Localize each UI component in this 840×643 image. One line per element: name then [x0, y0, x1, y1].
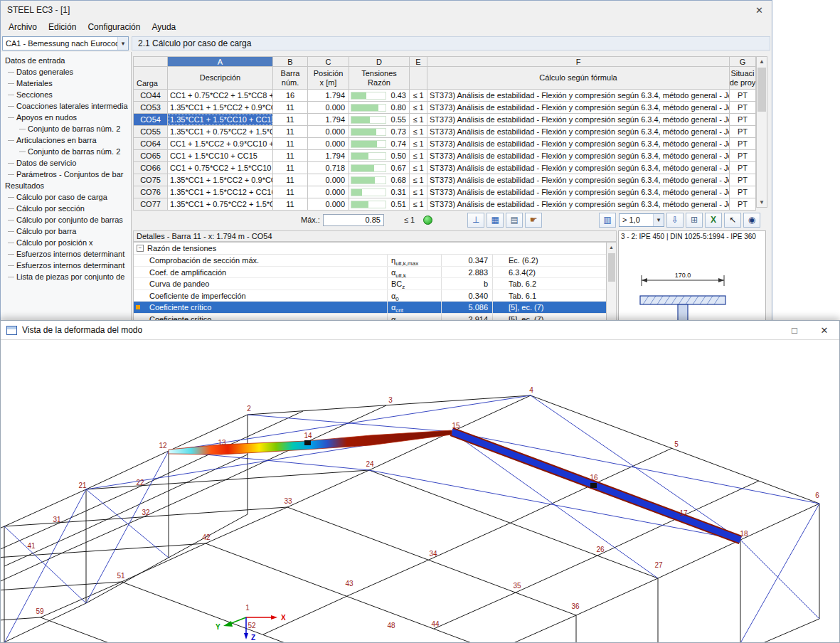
- down-arrow-button[interactable]: ⇩: [666, 213, 684, 228]
- cell-situacion[interactable]: PT: [730, 198, 756, 211]
- close-icon[interactable]: ✕: [755, 5, 763, 16]
- cell-formula[interactable]: ST373) Análisis de estabilidad - Flexión…: [427, 186, 730, 198]
- cell-leq[interactable]: ≤ 1: [410, 186, 427, 198]
- cell-posicion[interactable]: 0.000: [308, 174, 349, 186]
- cell-leq[interactable]: ≤ 1: [410, 150, 427, 162]
- excel-export-button[interactable]: X: [705, 213, 722, 228]
- cell-barra[interactable]: 11: [273, 114, 308, 126]
- cell-carga[interactable]: CO65: [133, 150, 168, 162]
- chevron-down-icon[interactable]: ▾: [117, 37, 128, 50]
- title-bar[interactable]: STEEL EC3 - [1] ✕: [1, 1, 772, 19]
- cell-razon[interactable]: 0.74: [349, 138, 410, 150]
- cell-formula[interactable]: ST373) Análisis de estabilidad - Flexión…: [427, 174, 730, 186]
- sidebar-item-calculo-por-conjunto-de-barras[interactable]: Cálculo por conjunto de barras: [1, 214, 131, 225]
- sidebar-item-secciones[interactable]: Secciones: [1, 89, 131, 100]
- cell-razon[interactable]: 0.73: [349, 126, 410, 138]
- cell-carga[interactable]: CO55: [133, 126, 168, 138]
- sidebar-item-materiales[interactable]: Materiales: [1, 78, 131, 89]
- sidebar-item-esfuerzos-internos-determinant[interactable]: Esfuerzos internos determinant: [1, 248, 131, 260]
- cell-descripcion[interactable]: 1.35*CC1 + 0.75*CC2 + 1.5*C: [168, 198, 273, 211]
- cell-leq[interactable]: ≤ 1: [410, 102, 427, 114]
- cell-posicion[interactable]: 0.000: [308, 138, 349, 150]
- model-3d-view[interactable]: X Y Z 1234561213141516171821222426273132…: [1, 340, 839, 642]
- cell-razon[interactable]: 0.51: [349, 198, 410, 211]
- sidebar-item-resultados[interactable]: Resultados: [1, 180, 131, 191]
- cell-formula[interactable]: ST373) Análisis de estabilidad - Flexión…: [427, 126, 730, 138]
- result-course-button[interactable]: ⊥: [467, 213, 484, 228]
- sidebar-item-parametros-conjuntos-de-bar[interactable]: Parámetros - Conjuntos de bar: [1, 169, 131, 180]
- cell-formula[interactable]: ST373) Análisis de estabilidad - Flexión…: [427, 138, 730, 150]
- cell-posicion[interactable]: 0.000: [308, 198, 349, 211]
- cell-situacion[interactable]: PT: [730, 126, 756, 138]
- sidebar-item-conjunto-de-barras-num-2[interactable]: Conjunto de barras núm. 2: [1, 146, 131, 157]
- cell-carga[interactable]: CO75: [133, 174, 168, 186]
- print-button[interactable]: ▤: [506, 213, 523, 228]
- cell-barra[interactable]: 11: [273, 102, 308, 114]
- cell-formula[interactable]: ST373) Análisis de estabilidad - Flexión…: [427, 102, 730, 114]
- sidebar-item-datos-de-entrada[interactable]: Datos de entrada: [1, 55, 131, 66]
- cell-formula[interactable]: ST373) Análisis de estabilidad - Flexión…: [427, 114, 730, 126]
- cell-posicion[interactable]: 0.718: [308, 162, 349, 174]
- cell-leq[interactable]: ≤ 1: [410, 126, 427, 138]
- result-diagram-button[interactable]: ▦: [487, 213, 504, 228]
- scroll-down-icon[interactable]: ▼: [759, 198, 765, 207]
- cell-posicion[interactable]: 0.000: [308, 186, 349, 198]
- cell-descripcion[interactable]: 1.35*CC1 + 1.5*CC2 + 0.9*CC: [168, 102, 273, 114]
- letter-cell-g[interactable]: G: [730, 56, 756, 67]
- maximize-icon[interactable]: □: [780, 321, 809, 340]
- collapse-icon[interactable]: −: [137, 245, 144, 252]
- sidebar-item-lista-de-piezas-por-conjunto-de[interactable]: Lista de piezas por conjunto de: [1, 271, 131, 282]
- letter-cell-c[interactable]: C: [308, 56, 349, 67]
- cell-carga[interactable]: CO53: [133, 102, 168, 114]
- cell-razon[interactable]: 0.80: [349, 102, 410, 114]
- details-row-coeficiente-critico[interactable]: Coeficiente críticoαcrit5.086[5], ec. (7…: [134, 302, 606, 314]
- cell-posicion[interactable]: 1.794: [308, 150, 349, 162]
- cell-situacion[interactable]: PT: [730, 90, 756, 102]
- cell-descripcion[interactable]: 1.35*CC1 + 0.75*CC2 + 1.5*C: [168, 126, 273, 138]
- scrollbar-thumb[interactable]: [757, 68, 766, 112]
- design-case-combo[interactable]: CA1 - Bemessung nach Eurococ ▾: [2, 36, 129, 51]
- cell-descripcion[interactable]: 1.35*CC1 + 1.5*CC10 + CC15: [168, 114, 273, 126]
- cell-barra[interactable]: 11: [273, 150, 308, 162]
- chevron-down-icon[interactable]: ▾: [653, 214, 664, 226]
- cell-leq[interactable]: ≤ 1: [410, 138, 427, 150]
- cell-carga[interactable]: CO54: [133, 114, 168, 126]
- cell-situacion[interactable]: PT: [730, 138, 756, 150]
- color-scale-button[interactable]: ▥: [599, 213, 616, 228]
- details-scrollbar[interactable]: ▲: [606, 243, 616, 326]
- table-scrollbar[interactable]: ▲ ▼: [756, 56, 767, 208]
- threshold-combo[interactable]: > 1,0 ▾: [619, 213, 664, 227]
- cell-razon[interactable]: 0.31: [349, 186, 410, 198]
- menu-configuracion[interactable]: Configuración: [82, 21, 146, 33]
- cell-formula[interactable]: ST373) Análisis de estabilidad - Flexión…: [427, 150, 730, 162]
- pointer-button[interactable]: ↖: [724, 213, 741, 228]
- cell-carga[interactable]: CO64: [133, 138, 168, 150]
- cell-leq[interactable]: ≤ 1: [410, 90, 427, 102]
- scroll-up-icon[interactable]: ▲: [759, 57, 765, 66]
- sidebar-item-conjunto-de-barras-num-2[interactable]: Conjunto de barras núm. 2: [1, 123, 131, 134]
- scrollbar-thumb[interactable]: [608, 253, 615, 282]
- cell-barra[interactable]: 11: [273, 186, 308, 198]
- cell-razon[interactable]: 0.67: [349, 162, 410, 174]
- menu-edicion[interactable]: Edición: [43, 21, 82, 33]
- close-icon[interactable]: ✕: [809, 321, 839, 340]
- letter-cell-f[interactable]: F: [427, 56, 730, 67]
- cell-barra[interactable]: 11: [273, 162, 308, 174]
- cell-situacion[interactable]: PT: [730, 114, 756, 126]
- sidebar-item-calculo-por-seccion[interactable]: Cálculo por sección: [1, 203, 131, 214]
- letter-cell-e[interactable]: E: [410, 56, 427, 67]
- window-split-button[interactable]: ⊞: [686, 213, 703, 228]
- cell-carga[interactable]: CO77: [133, 198, 168, 211]
- cell-leq[interactable]: ≤ 1: [410, 162, 427, 174]
- visibility-button[interactable]: ◉: [743, 213, 760, 228]
- details-row-coeficiente-de-imperfeccion[interactable]: Coeficiente de imperfecciónα00.340Tab. 6…: [134, 290, 606, 302]
- cell-descripcion[interactable]: 1.35*CC1 + 1.5*CC2 + 0.9*CC: [168, 174, 273, 186]
- cell-descripcion[interactable]: CC1 + 1.5*CC2 + 0.9*CC10 +: [168, 138, 273, 150]
- viewer-title-bar[interactable]: Vista de la deformada del modo □ ✕: [1, 321, 839, 340]
- viewer-canvas[interactable]: X Y Z 1234561213141516171821222426273132…: [1, 340, 839, 642]
- details-row-curva-de-pandeo[interactable]: Curva de pandeoBCzbTab. 6.2: [134, 278, 606, 290]
- cell-posicion[interactable]: 1.794: [308, 90, 349, 102]
- cell-leq[interactable]: ≤ 1: [410, 114, 427, 126]
- letter-cell-empty[interactable]: [133, 56, 168, 67]
- cell-barra[interactable]: 11: [273, 174, 308, 186]
